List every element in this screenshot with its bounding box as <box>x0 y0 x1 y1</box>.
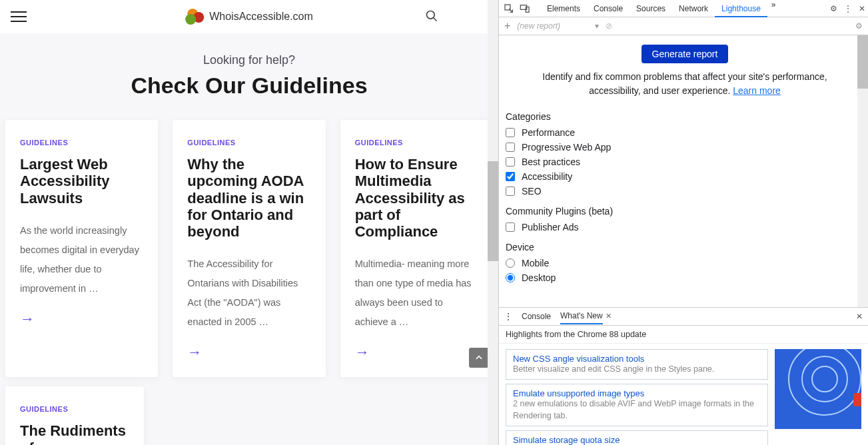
devtools-panel: Elements Console Sources Network Lightho… <box>498 0 868 445</box>
card-title: Why the upcoming AODA deadline is a win … <box>187 156 310 240</box>
highlights-heading: Highlights from the Chrome 88 update <box>499 326 868 344</box>
close-icon[interactable]: ✕ <box>859 4 865 13</box>
card[interactable]: GUIDELINES Largest Web Accessibility Law… <box>5 120 158 377</box>
device-group: Mobile Desktop <box>506 258 864 283</box>
hamburger-menu-button[interactable] <box>11 11 27 22</box>
item-title: New CSS angle visualization tools <box>513 354 761 364</box>
drawer-tab-close-icon[interactable]: ✕ <box>606 312 612 320</box>
svg-point-0 <box>427 11 435 19</box>
drawer-tabs: ⋮ Console What's New ✕ ✕ <box>499 308 868 326</box>
item-desc: Better visualize and edit CSS angle in t… <box>513 364 761 376</box>
card-title: The Rudiments of <box>20 422 129 445</box>
page-heading: Check Our Guidelines <box>0 73 498 99</box>
whatsnew-thumbnail <box>775 349 861 429</box>
drawer-close-icon[interactable]: ✕ <box>856 312 863 321</box>
generate-report-button[interactable]: Generate report <box>642 45 729 63</box>
scroll-top-button[interactable] <box>469 348 489 368</box>
card-title: Largest Web Accessibility Lawsuits <box>20 156 143 207</box>
add-report-icon[interactable]: + <box>504 20 510 32</box>
devtools-tabbar: Elements Console Sources Network Lightho… <box>499 0 868 17</box>
plugins-group: Publisher Ads <box>506 222 864 232</box>
video-indicator-icon <box>853 393 861 406</box>
card-excerpt: As the world increasingly becomes digita… <box>20 221 143 298</box>
card[interactable]: GUIDELINES The Rudiments of <box>5 386 144 445</box>
lighthouse-body: Generate report Identify and fix common … <box>499 35 868 307</box>
device-heading: Device <box>506 242 864 252</box>
drawer-tab-console[interactable]: Console <box>522 312 551 321</box>
lighthouse-toolbar: + (new report) ▾ ⊘ ⚙ <box>499 17 868 35</box>
arrow-icon[interactable]: → <box>187 344 310 361</box>
devtools-tabs: Elements Console Sources Network Lightho… <box>540 0 776 17</box>
card-excerpt: Multimedia- meaning more than one type o… <box>355 254 478 332</box>
site-main: Looking for help? Check Our Guidelines G… <box>0 33 498 445</box>
lighthouse-subtitle: Identify and fix common problems that af… <box>532 70 837 98</box>
site-scrollbar[interactable] <box>488 0 498 445</box>
svg-line-1 <box>434 18 437 21</box>
inspect-icon[interactable] <box>502 1 516 16</box>
drawer-tab-whats-new[interactable]: What's New <box>560 311 603 324</box>
logo-icon <box>185 9 205 25</box>
lighthouse-settings-icon[interactable]: ⚙ <box>855 21 863 31</box>
card[interactable]: GUIDELINES How to Ensure Multimedia Acce… <box>340 120 493 377</box>
lighthouse-scrollbar[interactable] <box>857 35 868 307</box>
checkbox-publisher-ads[interactable]: Publisher Ads <box>506 222 864 232</box>
plugins-heading: Community Plugins (beta) <box>506 206 864 217</box>
card-excerpt: The Accessibility for Ontarians with Dis… <box>187 254 310 332</box>
item-title: Emulate unsupported image types <box>513 388 761 398</box>
checkbox-pwa[interactable]: Progressive Web App <box>506 142 864 153</box>
radio-desktop[interactable]: Desktop <box>506 272 864 283</box>
item-desc: 2 new emulations to disable AVIF and Web… <box>513 398 761 422</box>
arrow-icon[interactable]: → <box>355 344 478 361</box>
radio-mobile[interactable]: Mobile <box>506 258 864 268</box>
devtools-drawer: ⋮ Console What's New ✕ ✕ Highlights from… <box>499 307 868 446</box>
kebab-menu-icon[interactable]: ⋮ <box>844 4 852 13</box>
card-category: GUIDELINES <box>355 139 478 147</box>
whatsnew-item[interactable]: Simulate storage quota size <box>506 430 768 445</box>
checkbox-performance[interactable]: Performance <box>506 127 864 138</box>
website-viewport: WhoisAccessible.com Looking for help? Ch… <box>0 0 498 445</box>
tab-elements[interactable]: Elements <box>540 0 587 17</box>
checkbox-accessibility[interactable]: Accessibility <box>506 171 864 182</box>
card-category: GUIDELINES <box>20 405 129 413</box>
tab-lighthouse[interactable]: Lighthouse <box>715 0 767 17</box>
settings-icon[interactable]: ⚙ <box>830 4 837 13</box>
card-category: GUIDELINES <box>187 139 310 147</box>
site-logo[interactable]: WhoisAccessible.com <box>185 9 313 25</box>
help-text: Looking for help? <box>0 53 498 67</box>
tabs-overflow-icon[interactable]: » <box>771 0 776 17</box>
whatsnew-item[interactable]: New CSS angle visualization tools Better… <box>506 349 768 380</box>
scrollbar-thumb[interactable] <box>488 161 498 261</box>
arrow-icon[interactable]: → <box>20 310 143 328</box>
whatsnew-item[interactable]: Emulate unsupported image types 2 new em… <box>506 384 768 426</box>
report-dropdown[interactable]: (new report) <box>517 21 560 31</box>
checkbox-seo[interactable]: SEO <box>506 186 864 197</box>
logo-text: WhoisAccessible.com <box>209 11 313 23</box>
drawer-body: New CSS angle visualization tools Better… <box>499 344 868 446</box>
dropdown-caret-icon[interactable]: ▾ <box>595 21 599 31</box>
cards-row: GUIDELINES Largest Web Accessibility Law… <box>0 99 498 377</box>
card-category: GUIDELINES <box>20 139 143 147</box>
categories-group: Performance Progressive Web App Best pra… <box>506 127 864 197</box>
checkbox-best-practices[interactable]: Best practices <box>506 157 864 167</box>
tab-console[interactable]: Console <box>587 0 630 17</box>
card-title: How to Ensure Multimedia Accessibility a… <box>355 156 478 240</box>
learn-more-link[interactable]: Learn more <box>733 85 781 96</box>
clear-icon[interactable]: ⊘ <box>606 21 612 31</box>
tab-sources[interactable]: Sources <box>630 0 672 17</box>
device-toggle-icon[interactable] <box>518 1 532 16</box>
scrollbar-thumb[interactable] <box>857 35 868 89</box>
drawer-menu-icon[interactable]: ⋮ <box>504 312 512 321</box>
tab-network[interactable]: Network <box>672 0 715 17</box>
search-icon[interactable] <box>425 9 438 23</box>
item-title: Simulate storage quota size <box>513 435 761 445</box>
site-header: WhoisAccessible.com <box>0 0 498 33</box>
card[interactable]: GUIDELINES Why the upcoming AODA deadlin… <box>173 120 325 377</box>
categories-heading: Categories <box>506 111 864 122</box>
